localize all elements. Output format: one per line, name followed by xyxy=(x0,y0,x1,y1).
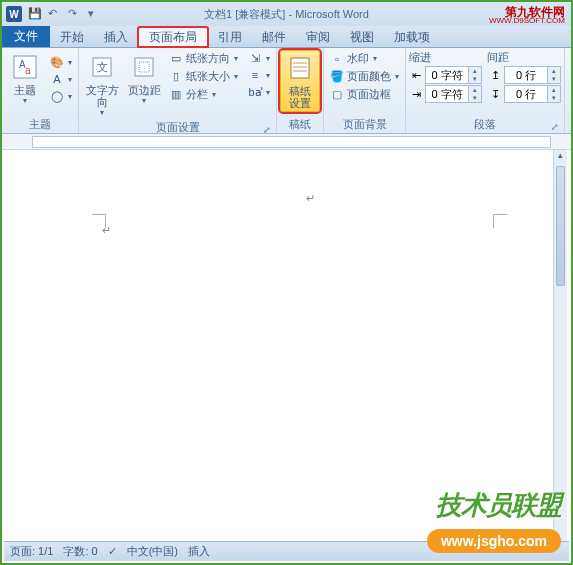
margins-button[interactable]: 页边距▾ xyxy=(124,50,164,107)
paragraph-launcher[interactable]: ⤢ xyxy=(551,122,559,132)
group-arrange: 排列▾ xyxy=(565,48,573,133)
svg-text:a: a xyxy=(25,65,31,76)
space-after-spinner[interactable]: ▴▾ xyxy=(504,85,561,103)
indent-header: 缩进 xyxy=(409,50,431,65)
effects-icon: ◯ xyxy=(50,89,64,103)
size-button[interactable]: ▯纸张大小▾ xyxy=(166,68,241,85)
tab-review[interactable]: 审阅 xyxy=(296,27,340,47)
svg-rect-7 xyxy=(291,58,309,78)
group-label-themes: 主题 xyxy=(5,116,75,133)
watermark-url: WWW.D9SOFT.COM xyxy=(489,16,565,25)
text-direction-icon: 文 xyxy=(87,52,117,82)
group-paragraph: 缩进 间距 ⇤▴▾ ⇥▴▾ ↥▴▾ ↧▴▾ 段落⤢ xyxy=(406,48,565,133)
status-page[interactable]: 页面: 1/1 xyxy=(10,544,53,559)
horizontal-ruler[interactable] xyxy=(2,134,571,150)
tab-home[interactable]: 开始 xyxy=(50,27,94,47)
word-app-icon: W xyxy=(6,6,22,22)
tab-mailings[interactable]: 邮件 xyxy=(252,27,296,47)
page: ↵ ↵ xyxy=(16,156,543,541)
spacing-header: 间距 xyxy=(487,50,509,65)
group-themes: Aa 主题 ▾ 🎨▾ A▾ ◯▾ 主题 xyxy=(2,48,79,133)
svg-text:文: 文 xyxy=(97,61,108,73)
arrange-button[interactable]: 排列▾ xyxy=(568,50,573,107)
tab-references[interactable]: 引用 xyxy=(208,27,252,47)
indent-left-icon: ⇤ xyxy=(409,68,423,82)
columns-icon: ▥ xyxy=(169,88,183,102)
theme-effects-button[interactable]: ◯▾ xyxy=(47,88,75,104)
indent-right-spinner[interactable]: ▴▾ xyxy=(425,85,482,103)
size-icon: ▯ xyxy=(169,70,183,84)
group-label-page-background: 页面背景 xyxy=(327,116,402,133)
tab-view[interactable]: 视图 xyxy=(340,27,384,47)
breaks-button[interactable]: ⇲▾ xyxy=(245,50,273,66)
space-after-icon: ↧ xyxy=(488,87,502,101)
line-numbers-button[interactable]: ≡▾ xyxy=(245,67,273,83)
svg-rect-5 xyxy=(135,58,153,76)
tab-insert[interactable]: 插入 xyxy=(94,27,138,47)
scroll-thumb[interactable] xyxy=(556,166,565,286)
indent-right-icon: ⇥ xyxy=(409,87,423,101)
status-proofing-icon[interactable]: ✓ xyxy=(108,545,117,558)
group-page-background: ▫水印▾ 🪣页面颜色▾ ▢页面边框 页面背景 xyxy=(324,48,406,133)
chevron-down-icon: ▾ xyxy=(23,96,27,105)
vertical-scrollbar[interactable]: ▴ ▾ xyxy=(553,150,567,541)
ribbon: Aa 主题 ▾ 🎨▾ A▾ ◯▾ 主题 文 文字方向▾ 页边距▾ xyxy=(2,48,571,134)
theme-fonts-button[interactable]: A▾ xyxy=(47,71,75,87)
tab-addins[interactable]: 加载项 xyxy=(384,27,440,47)
page-color-button[interactable]: 🪣页面颜色▾ xyxy=(327,68,402,85)
group-page-setup: 文 文字方向▾ 页边距▾ ▭纸张方向▾ ▯纸张大小▾ ▥分栏▾ ⇲▾ ≡▾ bẚ… xyxy=(79,48,277,133)
line-numbers-icon: ≡ xyxy=(248,68,262,82)
document-area[interactable]: ↵ ↵ xyxy=(6,150,553,541)
scroll-down-icon[interactable]: ▾ xyxy=(554,499,567,513)
orientation-button[interactable]: ▭纸张方向▾ xyxy=(166,50,241,67)
redo-icon[interactable]: ↷ xyxy=(68,7,82,21)
status-words[interactable]: 字数: 0 xyxy=(63,544,97,559)
tab-page-layout[interactable]: 页面布局 xyxy=(138,27,208,47)
status-bar: 页面: 1/1 字数: 0 ✓ 中文(中国) 插入 xyxy=(4,541,569,561)
space-before-icon: ↥ xyxy=(488,68,502,82)
group-label-paragraph: 段落⤢ xyxy=(409,116,561,133)
text-direction-button[interactable]: 文 文字方向▾ xyxy=(82,50,122,119)
status-language[interactable]: 中文(中国) xyxy=(127,544,178,559)
space-before-spinner[interactable]: ▴▾ xyxy=(504,66,561,84)
tab-file[interactable]: 文件 xyxy=(2,25,50,47)
cursor-mark-icon: ↵ xyxy=(102,224,111,237)
undo-icon[interactable]: ↶ xyxy=(48,7,62,21)
status-insert-mode[interactable]: 插入 xyxy=(188,544,210,559)
watermark-icon: ▫ xyxy=(330,52,344,66)
themes-button[interactable]: Aa 主题 ▾ xyxy=(5,50,45,107)
scroll-up-icon[interactable]: ▴ xyxy=(554,150,567,164)
margins-icon xyxy=(129,52,159,82)
page-borders-button[interactable]: ▢页面边框 xyxy=(327,86,402,103)
columns-button[interactable]: ▥分栏▾ xyxy=(166,86,241,103)
fonts-icon: A xyxy=(50,72,64,86)
colors-icon: 🎨 xyxy=(50,55,64,69)
themes-icon: Aa xyxy=(10,52,40,82)
manuscript-settings-button[interactable]: 稿纸 设置 xyxy=(280,50,320,112)
theme-colors-button[interactable]: 🎨▾ xyxy=(47,54,75,70)
crop-mark-tr xyxy=(493,214,507,228)
page-border-icon: ▢ xyxy=(330,88,344,102)
group-manuscript: 稿纸 设置 稿纸 xyxy=(277,48,324,133)
page-color-icon: 🪣 xyxy=(330,70,344,84)
hyphenation-button[interactable]: bẚ▾ xyxy=(245,84,273,100)
qat-dropdown-icon[interactable]: ▾ xyxy=(88,7,102,21)
breaks-icon: ⇲ xyxy=(248,51,262,65)
watermark-button[interactable]: ▫水印▾ xyxy=(327,50,402,67)
indent-left-spinner[interactable]: ▴▾ xyxy=(425,66,482,84)
group-label-manuscript: 稿纸 xyxy=(280,116,320,133)
orientation-icon: ▭ xyxy=(169,52,183,66)
hyphenation-icon: bẚ xyxy=(248,85,262,99)
ribbon-tabs: 文件 开始 插入 页面布局 引用 邮件 审阅 视图 加载项 xyxy=(2,26,571,48)
save-icon[interactable]: 💾 xyxy=(28,7,42,21)
manuscript-icon xyxy=(285,53,315,83)
window-title: 文档1 [兼容模式] - Microsoft Word xyxy=(204,7,369,22)
paragraph-mark-icon: ↵ xyxy=(306,192,315,205)
